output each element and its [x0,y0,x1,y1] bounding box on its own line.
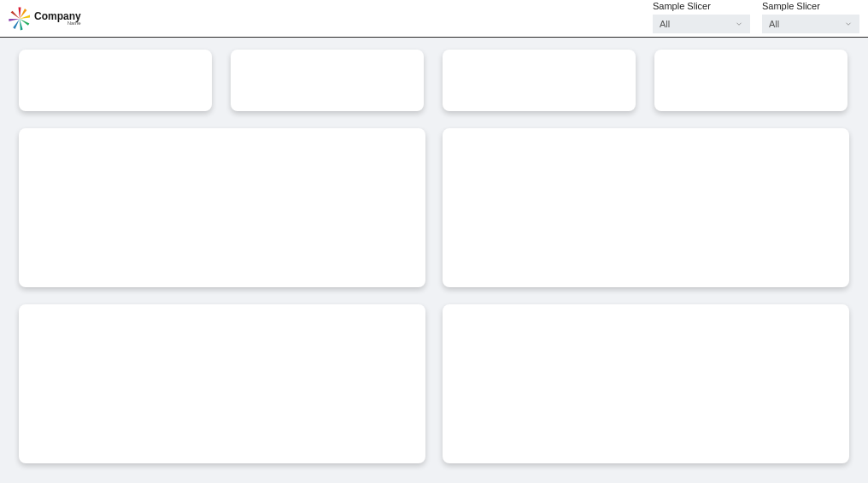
slicer-1-label: Sample Slicer [653,1,750,11]
slicer-1-dropdown[interactable]: All [653,15,750,33]
slicer-2-value: All [769,19,779,29]
slicer-1-value: All [660,19,670,29]
slicer-2: Sample Slicer All [762,0,859,33]
svg-marker-7 [11,10,21,18]
starburst-logo-icon [7,6,32,32]
chevron-down-icon [844,20,853,28]
chevron-down-icon [735,20,743,28]
header: Company Name Sample Slicer All Sample Sl… [0,0,868,38]
slicer-2-dropdown[interactable]: All [762,15,859,33]
logo-sub-text: Name [67,21,81,26]
svg-marker-5 [13,19,20,29]
chart-card-4[interactable] [443,304,849,463]
chart-card-2[interactable] [443,128,849,287]
kpi-card-4[interactable] [654,50,847,111]
mid-row [19,128,849,287]
kpi-card-3[interactable] [443,50,636,111]
chart-card-3[interactable] [19,304,425,463]
company-logo: Company Name [7,6,81,32]
dashboard-content [0,38,868,475]
kpi-row [19,50,849,111]
slicer-2-label: Sample Slicer [762,1,859,11]
logo-text: Company Name [34,11,81,26]
kpi-card-1[interactable] [19,50,212,111]
slicer-group: Sample Slicer All Sample Slicer All [653,0,859,37]
slicer-1: Sample Slicer All [653,0,750,33]
kpi-card-2[interactable] [231,50,424,111]
chart-card-1[interactable] [19,128,425,287]
bottom-row [19,304,849,463]
